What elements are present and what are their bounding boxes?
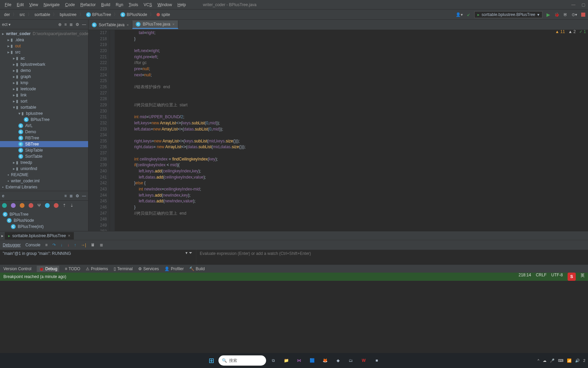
file-encoding[interactable]: UTF-8	[551, 273, 563, 281]
run-button[interactable]: ▶	[546, 12, 550, 17]
explorer-icon[interactable]: 📁	[280, 355, 292, 366]
editor-tab-SortTable.java[interactable]: CSortTable.java×	[88, 21, 132, 29]
settings-icon[interactable]: ⚙	[76, 22, 79, 27]
structure-item[interactable]: CBPlusNode	[0, 217, 88, 224]
frames-panel[interactable]: "main"@1 in group "main": RUNNING ▾ ⏷	[0, 250, 196, 264]
tree-root[interactable]: ▸ writer_coder D:\workspace\java\writer_…	[0, 31, 88, 37]
tree-item-rbtree[interactable]: CRBTree	[0, 135, 88, 141]
project-label[interactable]: ect ▾	[2, 22, 11, 27]
step-over-icon[interactable]: ≡	[45, 243, 48, 247]
menu-view[interactable]: View	[27, 2, 40, 8]
clock[interactable]: 2	[583, 358, 585, 363]
crumb-sorttable[interactable]: sorttable	[33, 12, 51, 18]
filter-up-icon[interactable]: ⇡	[63, 203, 66, 208]
editor-tab-BPlusTree.java[interactable]: CBPlusTree.java×	[132, 20, 178, 29]
tree-item-bplustree[interactable]: CBPlusTree	[0, 117, 88, 123]
tool-terminal[interactable]: ▯ Terminal	[114, 266, 133, 271]
force-step-icon[interactable]: ↓	[67, 243, 69, 247]
start-button[interactable]: ⊞	[206, 355, 217, 366]
run-to-cursor-icon[interactable]: →|	[81, 243, 86, 247]
tree-item-skiptable[interactable]: CSkipTable	[0, 147, 88, 153]
tree-item-avl[interactable]: CAVL	[0, 123, 88, 129]
gear-icon[interactable]: ⚙	[76, 194, 79, 198]
filter-down-icon[interactable]: ⇣	[70, 203, 74, 208]
cloud-icon[interactable]: ☁	[543, 358, 546, 363]
crumb-bplustree[interactable]: bplustree	[58, 12, 78, 18]
close-icon[interactable]: ×	[127, 23, 129, 27]
window-minimize[interactable]: —	[571, 2, 575, 7]
structure-item[interactable]: CBPlusTree(int)	[0, 224, 88, 230]
debug-tab[interactable]: ▸ sorttable.bplustree.BPlusTree ×	[5, 232, 74, 240]
tree-item-bplustreebark[interactable]: ▸ ▮bplustreebark	[0, 61, 88, 67]
volume-icon[interactable]: 🔊	[575, 358, 580, 363]
tree-item-sorttable[interactable]: CSortTable	[0, 153, 88, 159]
menu-edit[interactable]: Edit	[15, 2, 26, 8]
project-tree[interactable]: ▸ writer_coder D:\workspace\java\writer_…	[0, 29, 88, 191]
menu-tools[interactable]: Tools	[127, 2, 140, 8]
tray-up-icon[interactable]: ^	[538, 358, 539, 363]
tree-item-leetcode[interactable]: ▸ ▮leetcode	[0, 86, 88, 92]
caret-position[interactable]: 218:14	[519, 273, 531, 281]
tree-item-external libraries[interactable]: ▪External Libraries	[0, 184, 88, 190]
app-icon-2[interactable]: 🗂	[345, 355, 357, 366]
menu-file[interactable]: File	[3, 2, 13, 8]
tree-item-.idea[interactable]: ▸ ▮.idea	[0, 37, 88, 43]
ime-lang[interactable]: 英	[581, 273, 585, 281]
tree-item-bplustree[interactable]: ▾ ▮bplustree	[0, 110, 88, 117]
code-text[interactable]: tail=right; } left.next=right; right.pre…	[115, 30, 588, 231]
profile-button[interactable]: ⊙▾	[572, 12, 577, 17]
menu-code[interactable]: Code	[63, 2, 77, 8]
close-icon[interactable]: ×	[172, 22, 174, 26]
code-area[interactable]: 2172182192202212222232242252262272282292…	[88, 30, 588, 231]
tree-item-readme[interactable]: ▪README	[0, 172, 88, 178]
evaluate-icon[interactable]: 🖩	[91, 243, 95, 247]
coverage-button[interactable]: ⛨	[564, 12, 568, 17]
tree-item-ac[interactable]: ▸ ▮ac	[0, 55, 88, 61]
app-icon-3[interactable]: ■	[371, 355, 382, 366]
tool-todo[interactable]: ≡ TODO	[65, 266, 80, 271]
structure-item[interactable]: CBPlusTree	[0, 211, 88, 217]
crumb-root[interactable]: der	[3, 12, 11, 18]
run-config-selector[interactable]: ▸ sorttable.bplustree.BPlusTree ▾	[474, 11, 542, 18]
tree-item-kmp[interactable]: ▸ ▮kmp	[0, 80, 88, 86]
tree-item-demo[interactable]: CDemo	[0, 129, 88, 135]
inspection-ok-icon[interactable]: ✓ 1	[579, 29, 586, 34]
menu-navigate[interactable]: Navigate	[42, 2, 62, 8]
back-arrow-icon[interactable]: ↙	[467, 12, 470, 17]
add-user-icon[interactable]: 👤▾	[456, 12, 463, 17]
step-down-icon[interactable]: ↓	[61, 243, 63, 247]
tree-item-unionfind[interactable]: ▸ ▮unionfind	[0, 166, 88, 172]
crumb-inner[interactable]: CBPlusNode	[119, 12, 148, 18]
collapse-all-icon[interactable]: ≣	[69, 194, 73, 198]
debug-button[interactable]: 🐞	[554, 12, 559, 17]
expand-all-icon[interactable]: ≡	[64, 194, 67, 198]
system-tray[interactable]: ^ ☁ 🎤 ⌨ 📶 🔊 2	[538, 358, 585, 363]
mic-icon[interactable]: 🎤	[550, 358, 555, 363]
tree-item-out[interactable]: ▸ ▮out	[0, 43, 88, 49]
window-maximize[interactable]: ▢	[582, 2, 585, 7]
structure-label[interactable]: e	[2, 194, 4, 198]
vs-icon[interactable]: ⋈	[293, 355, 305, 366]
stop-button[interactable]	[581, 13, 585, 17]
collapse-icon[interactable]: ≣	[69, 22, 73, 27]
filter-inherited-icon[interactable]: Ψ	[37, 203, 41, 208]
variables-panel[interactable]: Evaluate expression (Enter) or add a wat…	[196, 250, 588, 264]
tree-item-demo[interactable]: ▸ ▮demo	[0, 67, 88, 74]
keyboard-icon[interactable]: ⌨	[558, 358, 564, 363]
warnings-count[interactable]: ▲ 11	[555, 29, 565, 34]
crumb-class[interactable]: CBPlusTree	[85, 12, 113, 18]
step-into-icon[interactable]: ↷	[52, 243, 56, 247]
trace-icon[interactable]: ≣	[100, 243, 103, 247]
expand-icon[interactable]: ≡	[64, 22, 67, 27]
tool-debug[interactable]: 🐞 Debug	[37, 266, 59, 272]
menu-window[interactable]: Window	[156, 2, 174, 8]
ime-indicator[interactable]: S	[568, 273, 576, 281]
inspection-widget[interactable]: ▲ 11 ▲ 2 ✓ 1	[555, 29, 586, 34]
locate-icon[interactable]: ⊕	[58, 22, 62, 27]
filter-method-icon[interactable]	[29, 203, 33, 208]
menu-vcs[interactable]: VCS	[142, 2, 154, 8]
weak-warnings-count[interactable]: ▲ 2	[568, 29, 576, 34]
tree-item-treedp[interactable]: ▸ ▮treedp	[0, 159, 88, 166]
tree-item-sort[interactable]: ▸ ▮sort	[0, 98, 88, 104]
tree-item-writer_coder.iml[interactable]: ▪writer_coder.iml	[0, 178, 88, 184]
